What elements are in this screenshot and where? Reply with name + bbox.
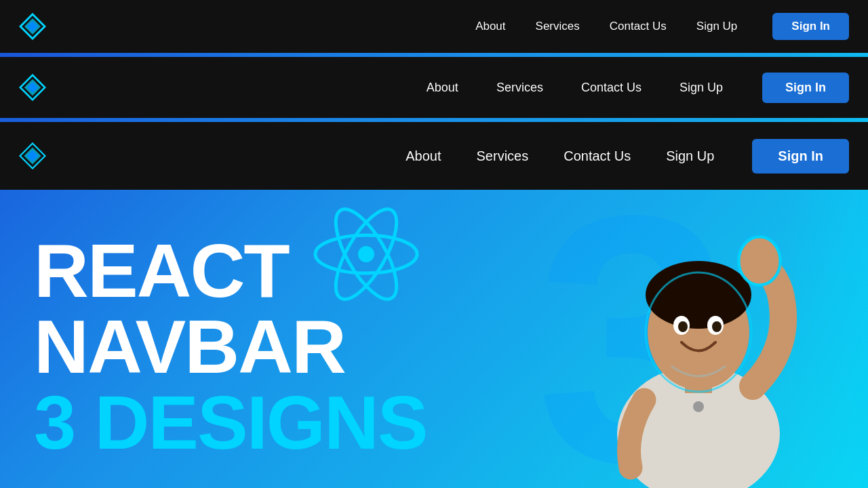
navbar-2: About Services Contact Us Sign Up Sign I… bbox=[0, 57, 868, 118]
nav-item-signup-2[interactable]: Sign Up bbox=[660, 81, 742, 95]
nav-item-services-3[interactable]: Services bbox=[459, 148, 547, 164]
svg-point-21 bbox=[739, 237, 780, 285]
navbars-container: About Services Contact Us Sign Up Sign I… bbox=[0, 0, 868, 194]
nav-item-services-2[interactable]: Services bbox=[477, 81, 562, 95]
nav-item-contact-1[interactable]: Contact Us bbox=[595, 20, 682, 33]
svg-point-12 bbox=[358, 246, 374, 262]
heading-navbar: NAVBAR bbox=[34, 309, 427, 385]
nav-item-signup-3[interactable]: Sign Up bbox=[648, 148, 732, 164]
logo-2 bbox=[19, 74, 46, 101]
logo-1 bbox=[19, 13, 46, 40]
nav-links-3: About Services Contact Us Sign Up bbox=[388, 148, 732, 164]
nav-item-about-3[interactable]: About bbox=[388, 148, 458, 164]
nav-item-about-2[interactable]: About bbox=[408, 81, 477, 95]
nav-item-services-1[interactable]: Services bbox=[521, 20, 595, 33]
logo-diamond-3 bbox=[19, 142, 46, 169]
logo-diamond-1 bbox=[19, 13, 46, 40]
signin-button-2[interactable]: Sign In bbox=[762, 73, 849, 103]
navbar-1: About Services Contact Us Sign Up Sign I… bbox=[0, 0, 868, 53]
nav-links-1: About Services Contact Us Sign Up bbox=[460, 20, 752, 33]
logo-3 bbox=[19, 142, 46, 169]
react-logo-icon bbox=[312, 200, 420, 308]
svg-point-22 bbox=[693, 401, 704, 412]
heading-designs: 3 DESIGNS bbox=[34, 385, 427, 461]
nav-item-signup-1[interactable]: Sign Up bbox=[682, 20, 752, 33]
svg-point-20 bbox=[712, 321, 722, 332]
svg-point-16 bbox=[646, 261, 751, 329]
nav-item-contact-3[interactable]: Contact Us bbox=[546, 148, 648, 164]
person-figure bbox=[542, 183, 854, 488]
logo-diamond-2 bbox=[19, 74, 46, 101]
nav-item-about-1[interactable]: About bbox=[460, 20, 520, 33]
nav-links-2: About Services Contact Us Sign Up bbox=[408, 81, 742, 95]
svg-point-19 bbox=[678, 321, 688, 332]
nav-item-contact-2[interactable]: Contact Us bbox=[562, 81, 660, 95]
signin-button-1[interactable]: Sign In bbox=[772, 13, 849, 40]
signin-button-3[interactable]: Sign In bbox=[752, 139, 849, 174]
